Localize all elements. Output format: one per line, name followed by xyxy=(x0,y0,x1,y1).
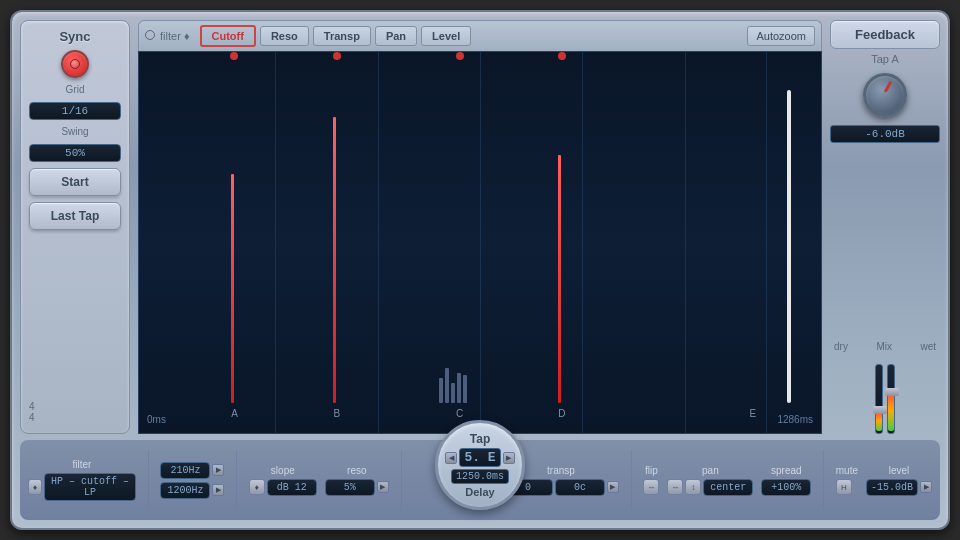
filter-type-btn[interactable]: ♦ xyxy=(28,479,42,495)
feedback-knob-container xyxy=(830,73,940,117)
filter-bottom-label: filter xyxy=(28,459,136,470)
right-panel: Feedback Tap A -6.0dB dry Mix wet xyxy=(830,20,940,434)
slope-btn[interactable]: ♦ xyxy=(249,479,265,495)
seq-bar-b[interactable] xyxy=(333,117,336,403)
mute-label: mute xyxy=(836,465,858,476)
swing-label: Swing xyxy=(29,126,121,137)
freq-low-arrow[interactable]: ▶ xyxy=(212,464,224,476)
feedback-button[interactable]: Feedback xyxy=(830,20,940,49)
freq-low-row: 210Hz ▶ xyxy=(160,462,224,479)
transp-arrow[interactable]: ▶ xyxy=(607,481,619,493)
sync-button-inner xyxy=(70,59,80,69)
delay-bottom-label: Delay xyxy=(465,486,494,498)
freq-group: 210Hz ▶ 1200Hz ▶ xyxy=(160,462,224,499)
wet-fader-meter xyxy=(888,390,894,431)
grid-line-2 xyxy=(378,52,379,433)
grid-line-1 xyxy=(275,52,276,433)
marker-a: A xyxy=(231,408,238,419)
tab-cutoff[interactable]: Cutoff xyxy=(200,25,256,47)
grid-value[interactable]: 1/16 xyxy=(29,102,121,120)
seq-dot-c xyxy=(456,52,464,60)
tap-value[interactable]: 5. E xyxy=(459,448,500,467)
left-panel: Sync Grid 1/16 Swing 50% Start Last Tap … xyxy=(20,20,130,434)
wet-fader-track xyxy=(887,364,895,434)
transp-unit[interactable]: 0c xyxy=(555,479,605,496)
mix-faders xyxy=(830,354,940,434)
tap-top-label: Tap xyxy=(470,432,490,446)
reso-row: 5% ▶ xyxy=(325,479,389,496)
pan-value[interactable]: center xyxy=(703,479,753,496)
start-button[interactable]: Start xyxy=(29,168,121,196)
seq-dot-d xyxy=(558,52,566,60)
sync-label: Sync xyxy=(29,29,121,44)
step-bar-5 xyxy=(463,375,467,403)
time-signature: 44 xyxy=(29,401,35,425)
time-label-start: 0ms xyxy=(147,414,166,425)
spread-group: spread +100% xyxy=(761,465,811,496)
pan-label: pan xyxy=(667,465,753,476)
slope-row: ♦ dB 12 xyxy=(249,479,317,496)
end-bar xyxy=(787,90,791,403)
level-value[interactable]: -15.0dB xyxy=(866,479,918,496)
reso-value[interactable]: 5% xyxy=(325,479,375,496)
filter-type-value: HP – cutoff – LP xyxy=(44,473,136,501)
slope-group: slope ♦ dB 12 xyxy=(249,465,317,496)
freq-high-arrow[interactable]: ▶ xyxy=(212,484,224,496)
seq-bar-a[interactable] xyxy=(231,174,234,403)
autozoom-button[interactable]: Autozoom xyxy=(747,26,815,46)
marker-c: C xyxy=(456,408,463,419)
tab-transp[interactable]: Transp xyxy=(313,26,371,46)
mute-btn[interactable]: H xyxy=(836,479,852,495)
step-pattern-c xyxy=(439,368,467,403)
mute-group: mute H xyxy=(836,465,858,495)
reso-label: reso xyxy=(325,465,389,476)
tab-level[interactable]: Level xyxy=(421,26,471,46)
flip-btn[interactable]: ↔ xyxy=(643,479,659,495)
seq-bar-d[interactable] xyxy=(558,155,561,403)
level-group: level -15.0dB ▶ xyxy=(866,465,932,496)
tap-next-btn[interactable]: ▶ xyxy=(503,452,515,464)
dry-fader-thumb[interactable] xyxy=(873,406,887,414)
reso-group: reso 5% ▶ xyxy=(325,465,389,496)
tab-pan[interactable]: Pan xyxy=(375,26,417,46)
step-bar-1 xyxy=(439,378,443,403)
tap-prev-btn[interactable]: ◀ xyxy=(445,452,457,464)
tab-reso[interactable]: Reso xyxy=(260,26,309,46)
tap-value-row: ◀ 5. E ▶ xyxy=(445,448,514,467)
top-section: Sync Grid 1/16 Swing 50% Start Last Tap … xyxy=(20,20,940,434)
feedback-knob[interactable] xyxy=(863,73,907,117)
marker-e: E xyxy=(749,408,756,419)
swing-value[interactable]: 50% xyxy=(29,144,121,162)
level-row: -15.0dB ▶ xyxy=(866,479,932,496)
flip-label: flip xyxy=(643,465,659,476)
spread-btn[interactable]: ↕ xyxy=(685,479,701,495)
flip-group: flip ↔ xyxy=(643,465,659,495)
dry-fader-track xyxy=(875,364,883,434)
wet-fader-thumb[interactable] xyxy=(885,388,899,396)
db-value: -6.0dB xyxy=(830,125,940,143)
reso-arrow[interactable]: ▶ xyxy=(377,481,389,493)
mix-label: Mix xyxy=(876,341,892,352)
filter-control-row: ♦ HP – cutoff – LP xyxy=(28,473,136,501)
freq-low-value[interactable]: 210Hz xyxy=(160,462,210,479)
tap-circle[interactable]: Tap ◀ 5. E ▶ 1250.0ms Delay xyxy=(435,420,525,510)
seq-canvas[interactable]: 0ms 1286ms A B C D E xyxy=(138,51,822,434)
spread-value[interactable]: +100% xyxy=(761,479,811,496)
wet-label: wet xyxy=(920,341,936,352)
step-bar-3 xyxy=(451,383,455,403)
last-tap-button[interactable]: Last Tap xyxy=(29,202,121,230)
freq-high-value[interactable]: 1200Hz xyxy=(160,482,210,499)
step-bar-4 xyxy=(457,373,461,403)
level-arrow[interactable]: ▶ xyxy=(920,481,932,493)
pan-group: pan ↔ ↕ center xyxy=(667,465,753,496)
time-label-end: 1286ms xyxy=(777,414,813,425)
grid-label: Grid xyxy=(29,84,121,95)
slope-value[interactable]: dB 12 xyxy=(267,479,317,496)
pan-btn[interactable]: ↔ xyxy=(667,479,683,495)
seq-dot-b xyxy=(333,52,341,60)
sync-button[interactable] xyxy=(61,50,89,78)
grid-line-4 xyxy=(582,52,583,433)
filter-label: filter ♦ xyxy=(145,30,190,42)
spread-label: spread xyxy=(761,465,811,476)
center-panel: filter ♦ Cutoff Reso Transp Pan Level Au… xyxy=(138,20,822,434)
